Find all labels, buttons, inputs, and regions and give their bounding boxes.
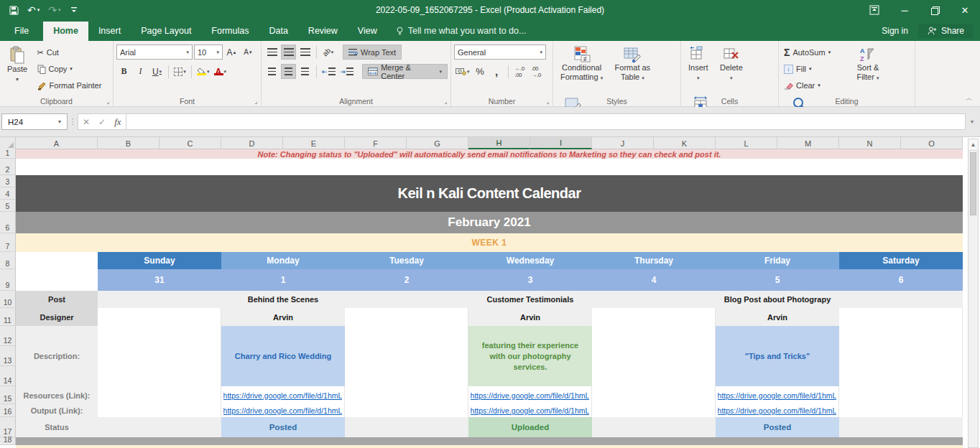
output-cell[interactable] xyxy=(839,404,963,417)
enter-icon[interactable]: ✓ xyxy=(98,117,106,127)
font-size-select[interactable]: 10▾ xyxy=(194,45,223,60)
row-header[interactable]: 5 xyxy=(0,200,16,212)
font-family-select[interactable]: Arial▾ xyxy=(116,45,193,60)
row-header[interactable]: 1 xyxy=(0,149,16,159)
post-cell[interactable] xyxy=(839,291,963,308)
increase-decimal-icon[interactable]: ←.0.00 xyxy=(512,64,527,79)
cancel-icon[interactable]: ✕ xyxy=(83,117,90,127)
number-format-select[interactable]: General▾ xyxy=(454,45,546,60)
scroll-up-icon[interactable]: ▲ xyxy=(969,139,978,151)
designer-cell[interactable] xyxy=(839,308,963,326)
col-header-a[interactable]: A xyxy=(16,137,98,149)
col-header-d[interactable]: D xyxy=(221,137,283,149)
tab-home[interactable]: Home xyxy=(43,22,88,41)
divider-row[interactable] xyxy=(16,437,963,445)
col-header-l[interactable]: L xyxy=(716,137,777,149)
paste-button[interactable]: Paste▼ xyxy=(3,43,32,93)
col-header-h-selected[interactable]: H xyxy=(468,137,530,149)
fill-color-icon[interactable]: ▾ xyxy=(195,64,211,79)
date-cell[interactable]: 6 xyxy=(839,269,963,291)
vertical-scrollbar[interactable]: ▲ xyxy=(968,139,979,448)
row-header[interactable]: 14 xyxy=(0,366,16,386)
name-box[interactable]: H24▾ xyxy=(1,113,68,130)
output-cell-monday[interactable]: https://drive.google.com/file/d/1hmL xyxy=(221,404,345,417)
resources-cell[interactable] xyxy=(98,386,221,404)
output-link[interactable]: https://drive.google.com/file/d/1hmL xyxy=(471,406,590,415)
description-cell[interactable] xyxy=(98,326,221,386)
row-header[interactable]: 3 xyxy=(0,175,16,187)
status-cell-wednesday[interactable]: Uploaded xyxy=(468,417,592,437)
minimize-button[interactable]: ─ xyxy=(889,0,920,20)
designer-cell[interactable] xyxy=(592,308,716,326)
delete-cells-button[interactable]: Delete▾ xyxy=(716,43,747,93)
format-as-table-button[interactable]: Format asTable ▾ xyxy=(611,43,655,93)
row-header[interactable]: 13 xyxy=(0,346,16,366)
ribbon-display-options-icon[interactable] xyxy=(859,0,889,20)
autosum-button[interactable]: ΣAutoSum▾ xyxy=(782,45,849,60)
designer-cell[interactable] xyxy=(98,308,221,326)
post-cell[interactable] xyxy=(345,291,468,308)
row-header[interactable]: 16 xyxy=(0,404,16,417)
designer-cell-wednesday[interactable]: Arvin xyxy=(468,308,592,326)
row-header[interactable]: 2 xyxy=(0,159,16,175)
output-cell[interactable] xyxy=(98,404,221,417)
date-cell[interactable]: 3 xyxy=(468,269,592,291)
row-header[interactable]: 8 xyxy=(0,252,16,269)
scrollbar-thumb[interactable] xyxy=(970,152,976,215)
day-header-wednesday[interactable]: Wednesday xyxy=(468,252,592,269)
align-middle-icon[interactable] xyxy=(281,45,296,60)
label-resources[interactable]: Resources (Link): xyxy=(16,386,98,404)
date-cell[interactable]: 4 xyxy=(592,269,716,291)
col-header-e[interactable]: E xyxy=(283,137,345,149)
tab-view[interactable]: View xyxy=(348,22,387,41)
col-header-b[interactable]: B xyxy=(98,137,160,149)
status-cell[interactable] xyxy=(98,417,221,437)
day-header-saturday[interactable]: Saturday xyxy=(839,252,963,269)
row-header[interactable]: 15 xyxy=(0,386,16,404)
post-cell[interactable] xyxy=(592,291,716,308)
week-cell[interactable]: WEEK 1 xyxy=(16,233,963,252)
tell-me-box[interactable]: Tell me what you want to do... xyxy=(387,22,535,41)
resources-cell-wednesday[interactable]: https://drive.google.com/file/d/1hmL xyxy=(468,386,592,404)
tab-page-layout[interactable]: Page Layout xyxy=(131,22,201,41)
font-dialog-launcher[interactable]: ⌟ xyxy=(252,98,259,105)
month-cell[interactable]: February 2021 xyxy=(16,212,963,233)
resources-cell-monday[interactable]: https://drive.google.com/file/d/1hmL xyxy=(221,386,345,404)
row-header[interactable]: 10 xyxy=(0,291,16,308)
designer-cell[interactable] xyxy=(345,308,468,326)
align-right-icon[interactable] xyxy=(297,64,313,79)
resources-cell[interactable] xyxy=(839,386,963,404)
tab-formulas[interactable]: Formulas xyxy=(201,22,259,41)
post-cell-wednesday[interactable]: Customer Testimonials xyxy=(468,291,592,308)
day-header-sunday[interactable]: Sunday xyxy=(98,252,221,269)
status-cell-friday[interactable]: Posted xyxy=(716,417,839,437)
col-header-k[interactable]: K xyxy=(654,137,716,149)
next-week-row[interactable] xyxy=(16,445,963,448)
description-cell[interactable] xyxy=(592,326,716,386)
increase-indent-icon[interactable]: ⇥ xyxy=(338,64,355,79)
description-cell-wednesday[interactable]: featuring their experience with our phot… xyxy=(468,326,592,386)
status-cell[interactable] xyxy=(839,417,963,437)
restore-button[interactable] xyxy=(920,0,950,20)
resources-link[interactable]: https://drive.google.com/file/d/1hmL xyxy=(223,391,343,400)
resources-cell[interactable] xyxy=(592,386,716,404)
col-header-j[interactable]: J xyxy=(592,137,654,149)
col-header-n[interactable]: N xyxy=(839,137,901,149)
accounting-format-icon[interactable]: ▾ xyxy=(454,64,471,79)
resources-cell-friday[interactable]: https://drive.google.com/file/d/1hmL xyxy=(716,386,839,404)
resources-link[interactable]: https://drive.google.com/file/d/1hmL xyxy=(471,391,590,400)
customize-qat-icon[interactable] xyxy=(66,1,82,19)
calendar-title-cell[interactable]: Keil n Kali Content Calendar xyxy=(16,175,963,212)
redo-icon[interactable]: ↷▾ xyxy=(45,1,64,19)
collapse-ribbon-icon[interactable]: ︿ xyxy=(966,93,973,103)
col-header-i-selected[interactable]: I xyxy=(530,137,592,149)
insert-function-icon[interactable]: fx xyxy=(114,116,121,128)
blank-row[interactable] xyxy=(16,159,963,175)
share-button[interactable]: Share xyxy=(918,24,973,38)
comma-style-icon[interactable]: , xyxy=(489,64,504,79)
description-cell[interactable] xyxy=(345,326,468,386)
close-button[interactable]: ✕ xyxy=(950,0,980,20)
output-link[interactable]: https://drive.google.com/file/d/1hmL xyxy=(223,406,343,415)
post-cell[interactable] xyxy=(98,291,221,308)
day-header-thursday[interactable]: Thursday xyxy=(592,252,716,269)
